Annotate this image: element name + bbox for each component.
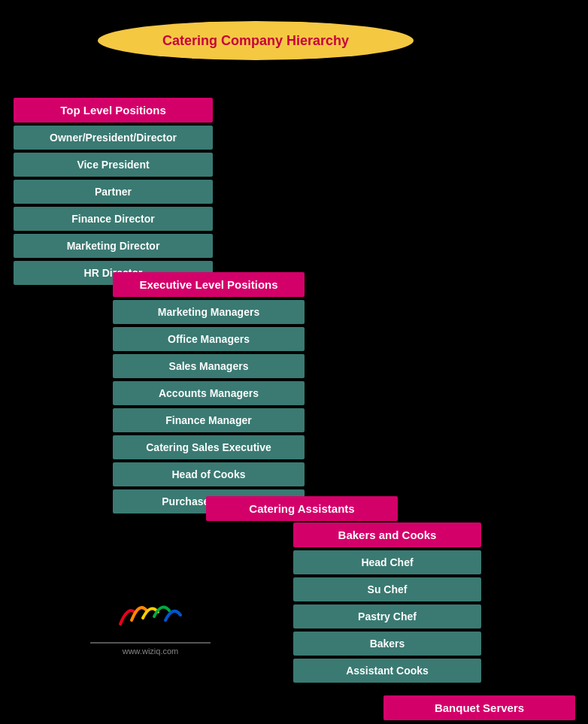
list-item: Pastry Chef [293,604,481,629]
list-item: Vice President [14,153,213,177]
banquet-servers-header: Banquet Servers [383,695,575,720]
executive-level-header: Executive Level Positions [113,272,305,297]
list-item: Marketing Managers [113,300,305,324]
catering-assistants-header: Catering Assistants [206,496,398,521]
list-item: Su Chef [293,577,481,601]
list-item: Partner [14,180,213,204]
watermark-divider [90,642,211,644]
list-item: Owner/President/Director [14,126,213,150]
list-item: Sales Managers [113,354,305,378]
catering-assistants-section: Catering Assistants [206,496,398,524]
list-item: Head Chef [293,550,481,574]
list-item: Marketing Director [14,234,213,258]
logo-area: www.wiziq.com [90,601,211,656]
top-level-section: Top Level Positions Owner/President/Dire… [14,98,213,288]
list-item: Accounts Managers [113,381,305,405]
list-item: Bakers [293,632,481,656]
list-item: Finance Manager [113,408,305,432]
top-level-header: Top Level Positions [14,98,213,123]
logo-svg [113,601,188,632]
list-item: Head of Cooks [113,462,305,486]
banquet-servers-section: Banquet Servers [383,695,575,723]
page-container: Catering Company Hierarchy Top Level Pos… [0,0,588,724]
list-item: Office Managers [113,327,305,351]
logo-text: www.wiziq.com [90,647,211,656]
bakers-cooks-header: Bakers and Cooks [293,523,481,547]
bakers-cooks-section: Bakers and Cooks Head Chef Su Chef Pastr… [293,523,481,686]
list-item: Finance Director [14,207,213,231]
page-title: Catering Company Hierarchy [98,21,414,60]
executive-level-section: Executive Level Positions Marketing Mana… [113,272,305,516]
list-item: Catering Sales Executive [113,435,305,459]
list-item: Assistant Cooks [293,659,481,683]
logo-icon [90,601,211,636]
